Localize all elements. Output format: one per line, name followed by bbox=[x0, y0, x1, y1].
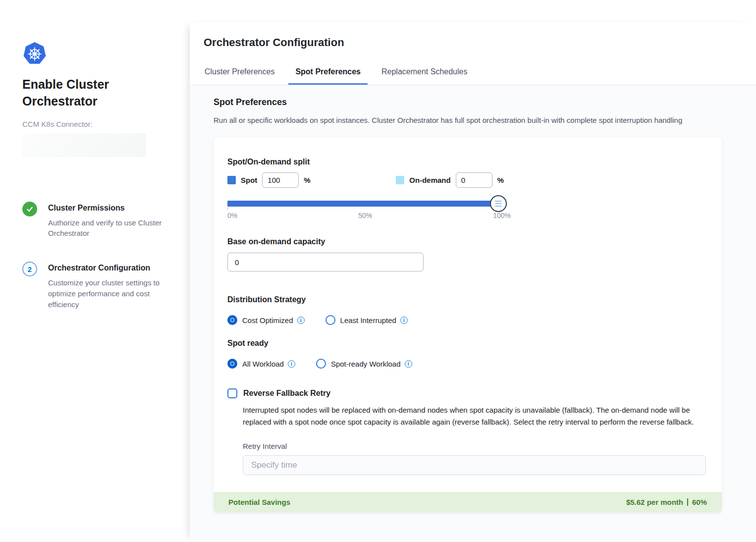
radio-icon[interactable] bbox=[227, 359, 237, 369]
split-label: Spot/On-demand split bbox=[227, 158, 707, 166]
step-number-badge: 2 bbox=[22, 262, 37, 276]
radio-all-workload[interactable]: All Workload bbox=[227, 359, 295, 369]
reverse-fallback-label: Reverse Fallback Retry bbox=[243, 389, 330, 398]
step-orchestrator-configuration[interactable]: 2 Orchestrator Configuration Customize y… bbox=[22, 262, 167, 310]
main-title: Orchestrator Configuration bbox=[204, 36, 732, 49]
on-demand-percent-input[interactable] bbox=[456, 172, 492, 188]
radio-label: All Workload bbox=[242, 360, 284, 368]
base-capacity-field: Base on-demand capacity bbox=[227, 237, 707, 271]
tab-bar: Cluster Preferences Spot Preferences Rep… bbox=[190, 59, 756, 85]
slider-handle-icon[interactable] bbox=[490, 195, 507, 212]
info-icon[interactable] bbox=[405, 360, 412, 368]
sidebar: Enable Cluster Orchestrator CCM K8s Conn… bbox=[0, 0, 190, 542]
savings-divider bbox=[687, 498, 688, 506]
radio-icon[interactable] bbox=[325, 315, 335, 325]
on-demand-label: On-demand bbox=[409, 176, 450, 184]
radio-icon[interactable] bbox=[316, 359, 326, 369]
radio-least-interrupted[interactable]: Least Interrupted bbox=[325, 315, 408, 325]
main-header: Orchestrator Configuration bbox=[190, 22, 756, 59]
step-cluster-permissions[interactable]: Cluster Permissions Authorize and verify… bbox=[22, 202, 167, 239]
spot-label: Spot bbox=[241, 176, 257, 184]
section-description: Run all or specific workloads on spot in… bbox=[214, 116, 732, 124]
distribution-strategy-options: Cost Optimized Least Interrupted bbox=[227, 315, 707, 325]
radio-spot-ready-workload[interactable]: Spot-ready Workload bbox=[316, 359, 412, 369]
potential-savings-bar: Potential Savings $5.62 per month 60% bbox=[214, 492, 722, 512]
on-demand-percent-unit: % bbox=[497, 176, 504, 184]
reverse-fallback-checkbox[interactable] bbox=[227, 388, 237, 398]
tab-replacement-schedules[interactable]: Replacement Schedules bbox=[375, 59, 474, 85]
on-demand-swatch-icon bbox=[396, 176, 404, 184]
on-demand-legend: On-demand % bbox=[396, 172, 504, 188]
app-window: Enable Cluster Orchestrator CCM K8s Conn… bbox=[0, 0, 756, 542]
spot-ready-options: All Workload Spot-ready Workload bbox=[227, 359, 707, 369]
spot-ready-label: Spot ready bbox=[227, 339, 707, 348]
radio-label: Cost Optimized bbox=[242, 316, 293, 325]
slider-tick-labels: 0% 50% 100% bbox=[227, 212, 511, 219]
step-description: Authorize and verify to use Cluster Orch… bbox=[48, 217, 166, 239]
step-description: Customize your cluster settings to optim… bbox=[48, 277, 166, 310]
tab-content: Spot Preferences Run all or specific wor… bbox=[190, 85, 756, 542]
spot-swatch-icon bbox=[227, 176, 236, 184]
retry-interval-input[interactable] bbox=[243, 455, 706, 475]
check-icon bbox=[22, 202, 37, 217]
info-icon[interactable] bbox=[297, 317, 305, 324]
retry-interval-field: Retry Interval bbox=[243, 442, 706, 475]
spot-preferences-card: Spot/On-demand split Spot % On-demand bbox=[214, 138, 722, 512]
savings-percent: 60% bbox=[692, 498, 707, 506]
tick-0: 0% bbox=[227, 212, 237, 219]
spot-percent-input[interactable] bbox=[262, 172, 299, 188]
tick-100: 100% bbox=[493, 212, 511, 219]
potential-savings-value: $5.62 per month 60% bbox=[626, 498, 707, 506]
info-icon[interactable] bbox=[400, 317, 408, 324]
base-capacity-input[interactable] bbox=[227, 253, 424, 271]
reverse-fallback-header[interactable]: Reverse Fallback Retry bbox=[227, 388, 707, 398]
spot-percent-unit: % bbox=[304, 176, 310, 184]
retry-interval-label: Retry Interval bbox=[243, 442, 706, 450]
radio-cost-optimized[interactable]: Cost Optimized bbox=[227, 315, 305, 325]
radio-label: Least Interrupted bbox=[340, 316, 396, 325]
tick-50: 50% bbox=[358, 212, 372, 219]
tab-spot-preferences[interactable]: Spot Preferences bbox=[288, 59, 368, 85]
slider-tick bbox=[227, 207, 228, 211]
step-title: Cluster Permissions bbox=[48, 202, 166, 213]
reverse-fallback-description: Interrupted spot nodes will be replaced … bbox=[243, 404, 706, 428]
tab-cluster-preferences[interactable]: Cluster Preferences bbox=[198, 59, 281, 85]
split-legend-row: Spot % On-demand % bbox=[227, 172, 504, 188]
page-title: Enable Cluster Orchestrator bbox=[22, 76, 146, 110]
distribution-strategy-label: Distribution Strategy bbox=[227, 295, 707, 304]
step-title: Orchestrator Configuration bbox=[48, 262, 166, 272]
connector-label: CCM K8s Connector: bbox=[22, 120, 167, 128]
wizard-steps: Cluster Permissions Authorize and verify… bbox=[22, 202, 167, 310]
potential-savings-label: Potential Savings bbox=[228, 498, 290, 506]
section-title: Spot Preferences bbox=[214, 97, 732, 108]
savings-amount: $5.62 per month bbox=[626, 498, 683, 506]
base-capacity-label: Base on-demand capacity bbox=[227, 237, 707, 246]
info-icon[interactable] bbox=[288, 360, 295, 368]
connector-value-placeholder bbox=[22, 133, 146, 157]
reverse-fallback-section: Reverse Fallback Retry Interrupted spot … bbox=[227, 388, 707, 475]
slider-track[interactable] bbox=[227, 201, 504, 207]
spot-legend: Spot % bbox=[227, 172, 311, 188]
radio-icon[interactable] bbox=[227, 315, 237, 325]
radio-label: Spot-ready Workload bbox=[331, 360, 401, 368]
main-panel: Orchestrator Configuration Cluster Prefe… bbox=[190, 22, 756, 542]
kubernetes-icon bbox=[22, 42, 47, 65]
split-slider[interactable]: 0% 50% 100% bbox=[227, 201, 504, 219]
